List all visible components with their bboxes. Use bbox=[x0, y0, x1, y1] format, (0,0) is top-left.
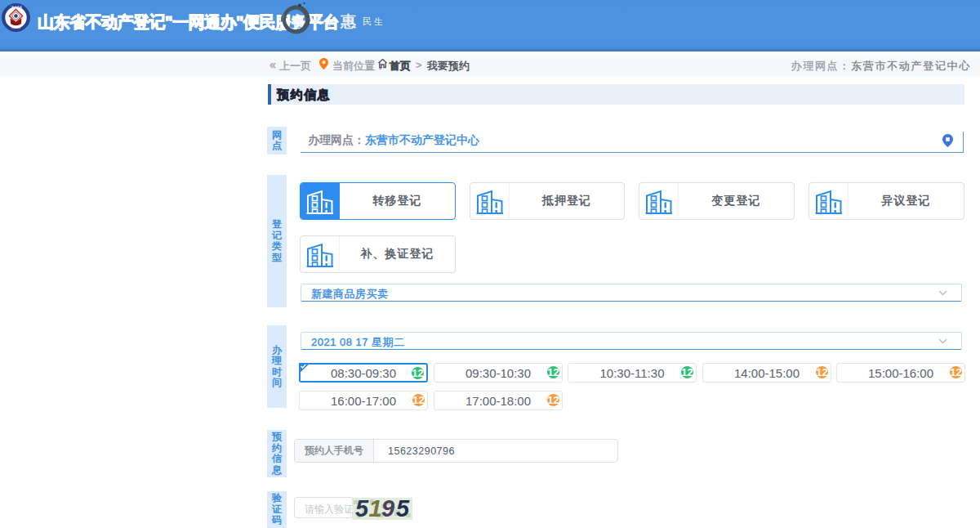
svg-text:1: 1 bbox=[369, 498, 382, 520]
svg-text:5: 5 bbox=[355, 498, 369, 520]
svg-text:民: 民 bbox=[363, 16, 372, 26]
svg-text:5: 5 bbox=[396, 498, 410, 520]
svg-text:下: 下 bbox=[325, 17, 334, 27]
svg-text:智: 智 bbox=[291, 14, 304, 28]
svg-text:·: · bbox=[336, 16, 339, 26]
svg-text:天: 天 bbox=[313, 16, 322, 25]
svg-text:* * * * *: * * * * * bbox=[11, 28, 20, 31]
svg-text:生: 生 bbox=[374, 16, 383, 26]
svg-text:* A C P A: * A C P A bbox=[10, 6, 22, 9]
svg-text:9: 9 bbox=[381, 498, 394, 520]
svg-text:惠: 惠 bbox=[340, 13, 357, 30]
